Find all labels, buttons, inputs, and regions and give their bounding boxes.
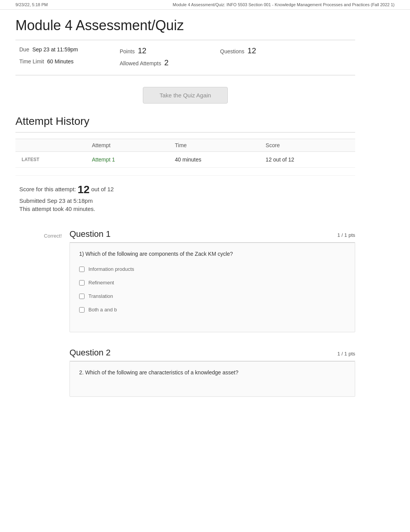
row-attempt[interactable]: Attempt 1	[86, 152, 169, 168]
title-divider	[15, 40, 355, 40]
take-quiz-button[interactable]: Take the Quiz Again	[143, 87, 228, 104]
question-header: Question 1 1 / 1 pts	[69, 229, 355, 243]
meta-divider	[15, 75, 355, 75]
question-title: Question 1	[69, 229, 110, 239]
question-block: Correct! Question 1 1 / 1 pts 1) Which o…	[15, 229, 355, 332]
attempt-history-divider	[15, 132, 355, 133]
meta-grid: Due Sep 23 at 11:59pm Points 12 Question…	[15, 46, 355, 67]
answer-label: Refinement	[88, 280, 114, 286]
allowed-item: Allowed Attempts 2	[120, 58, 220, 67]
col-score: Score	[259, 139, 355, 152]
question-box: 2. Which of the following are characteri…	[69, 361, 355, 397]
table-row: LATEST Attempt 1 40 minutes 12 out of 12	[15, 152, 355, 168]
score-summary: Score for this attempt: 12 out of 12 Sub…	[15, 175, 355, 221]
time-limit-value: 60 Minutes	[47, 58, 73, 65]
question-text: 1) Which of the following are components…	[79, 251, 346, 257]
answer-label: Information products	[88, 266, 134, 272]
due-label: Due	[19, 46, 29, 53]
correct-label: Correct!	[44, 233, 62, 239]
breadcrumb-text: Module 4 Assessment/Quiz: INFO 5503 Sect…	[173, 2, 395, 7]
row-score: 12 out of 12	[259, 152, 355, 168]
questions-label: Questions	[220, 48, 244, 54]
answer-checkbox-0-3[interactable]	[79, 307, 85, 313]
page-title: Module 4 Assessment/Quiz	[15, 17, 355, 34]
question-main: Question 1 1 / 1 pts 1) Which of the fol…	[69, 229, 355, 332]
question-main: Question 2 1 / 1 pts 2. Which of the fol…	[69, 348, 355, 397]
score-prefix: Score for this attempt:	[19, 186, 76, 192]
allowed-value: 2	[164, 58, 168, 67]
question-side	[15, 348, 69, 397]
question-header: Question 2 1 / 1 pts	[69, 348, 355, 361]
allowed-label: Allowed Attempts	[120, 60, 161, 66]
points-label: Points	[120, 48, 135, 54]
answer-option: Information products	[79, 266, 346, 272]
answer-checkbox-0-2[interactable]	[79, 294, 85, 299]
answer-label: Translation	[88, 293, 113, 299]
col-time: Time	[169, 139, 259, 152]
timestamp: 9/23/22, 5:18 PM	[15, 2, 48, 7]
question-pts: 1 / 1 pts	[337, 351, 355, 357]
questions-value: 12	[247, 46, 256, 55]
due-value: Sep 23 at 11:59pm	[32, 46, 78, 53]
col-empty	[15, 139, 86, 152]
answer-option: Translation	[79, 293, 346, 299]
row-time: 40 minutes	[169, 152, 259, 168]
duration-line: This attempt took 40 minutes.	[19, 206, 351, 212]
questions-area: Correct! Question 1 1 / 1 pts 1) Which o…	[15, 229, 355, 397]
attempt-history-title: Attempt History	[15, 115, 355, 127]
due-item: Due Sep 23 at 11:59pm	[19, 46, 120, 55]
button-area: Take the Quiz Again	[15, 87, 355, 104]
points-value: 12	[138, 46, 146, 55]
question-pts: 1 / 1 pts	[337, 232, 355, 238]
attempt-table: Attempt Time Score LATEST Attempt 1 40 m…	[15, 139, 355, 168]
answer-option: Refinement	[79, 280, 346, 286]
answer-option: Both a and b	[79, 307, 346, 313]
top-bar: 9/23/22, 5:18 PM Module 4 Assessment/Qui…	[0, 0, 410, 10]
question-box: 1) Which of the following are components…	[69, 243, 355, 332]
answer-checkbox-0-0[interactable]	[79, 267, 85, 272]
score-number: 12	[78, 184, 90, 195]
question-text: 2. Which of the following are characteri…	[79, 369, 346, 376]
row-label: LATEST	[15, 152, 86, 168]
time-limit-label: Time Limit	[19, 58, 44, 65]
question-side: Correct!	[15, 229, 69, 332]
answer-label: Both a and b	[88, 307, 117, 313]
score-line: Score for this attempt: 12 out of 12	[19, 184, 351, 196]
time-limit-item: Time Limit 60 Minutes	[19, 58, 120, 67]
question-block: Question 2 1 / 1 pts 2. Which of the fol…	[15, 348, 355, 397]
question-title: Question 2	[69, 348, 110, 358]
questions-item: Questions 12	[220, 46, 320, 55]
answer-checkbox-0-1[interactable]	[79, 280, 85, 286]
points-item: Points 12	[120, 46, 220, 55]
col-attempt: Attempt	[86, 139, 169, 152]
submitted-line: Submitted Sep 23 at 5:18pm	[19, 197, 351, 204]
score-suffix: out of 12	[91, 186, 114, 192]
